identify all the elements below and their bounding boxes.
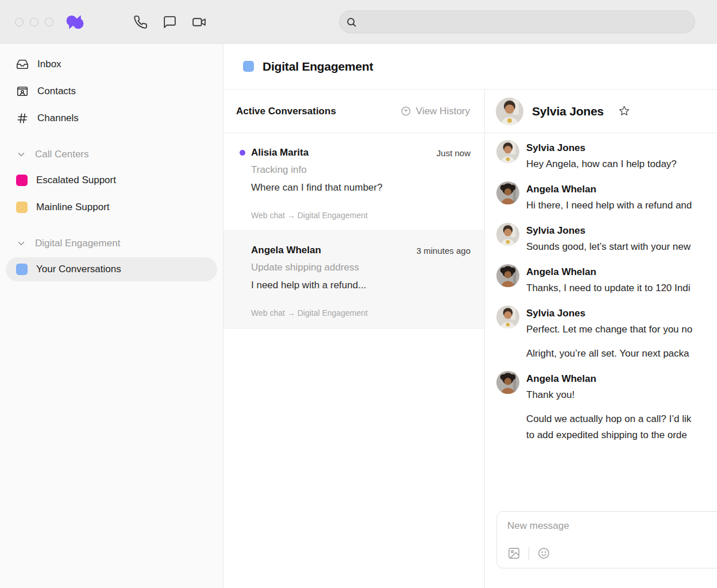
sidebar-item-label: Channels: [37, 113, 79, 124]
conversation-name: Alisia Marita: [251, 147, 309, 158]
search-bar[interactable]: [339, 10, 695, 33]
avatar: [496, 264, 519, 287]
conversation-item[interactable]: Alisia Marita Just now Tracking info Whe…: [223, 133, 484, 231]
message-list: Sylvia Jones Hey Angela, how can I help …: [485, 133, 717, 504]
clock-icon: [400, 106, 411, 117]
sidebar-item-channels[interactable]: Channels: [0, 105, 223, 131]
message-group: Sylvia Jones Sounds good, let’s start wi…: [496, 223, 717, 255]
conversation-channel: Web chat → Digital Engagement: [251, 308, 471, 318]
hash-icon: [16, 112, 29, 125]
conversation-item-selected[interactable]: Angela Whelan 3 minutes ago Update shipp…: [223, 231, 484, 328]
sidebar-item-inbox[interactable]: Inbox: [0, 51, 223, 78]
conversation-preview: Where can I find that number?: [251, 182, 471, 194]
main-header: Digital Engagement: [223, 44, 717, 90]
message-group: Angela Whelan Hi there, I need help with…: [496, 181, 717, 214]
avatar: [496, 223, 519, 246]
chat-contact-name: Sylvia Jones: [532, 105, 604, 118]
avatar: [496, 305, 519, 328]
chat-header: Sylvia Jones: [485, 90, 717, 133]
sidebar-item-label: Your Conversations: [36, 264, 121, 275]
window-control-minimize[interactable]: [30, 18, 38, 26]
message-text: Hi there, I need help with a refund and: [526, 198, 692, 214]
sidebar-item-label: Mainline Support: [36, 202, 110, 213]
sidebar-item-escalated-support[interactable]: Escalated Support: [0, 167, 223, 194]
section-call-centers[interactable]: Call Centers: [0, 146, 223, 163]
video-icon[interactable]: [192, 15, 206, 29]
message-text: Thanks, I need to update it to 120 Indi: [526, 280, 690, 296]
message-text: Could we actually hop on a call? I’d lik: [526, 411, 691, 427]
conversation-subject: Tracking info: [251, 164, 471, 176]
message-group: Angela Whelan Thank you! Could we actual…: [496, 371, 717, 443]
conversation-preview: I need help with a refund...: [251, 280, 471, 291]
conversation-time: 3 minutes ago: [417, 246, 471, 256]
conversation-time: Just now: [437, 148, 471, 158]
view-history-button[interactable]: View History: [400, 106, 470, 117]
message-text: Perfect. Let me change that for you no: [526, 322, 692, 338]
emoji-icon[interactable]: [537, 547, 550, 560]
sidebar-item-label: Inbox: [37, 59, 61, 70]
chevron-down-icon: [16, 238, 26, 249]
chat-icon[interactable]: [163, 15, 177, 29]
sidebar-item-label: Escalated Support: [36, 175, 116, 186]
toolbar-divider: [529, 547, 529, 560]
top-bar: [0, 0, 717, 44]
new-message-input[interactable]: [507, 520, 717, 532]
message-sender: Sylvia Jones: [526, 305, 692, 322]
chevron-down-icon: [16, 149, 26, 160]
sidebar-item-mainline-support[interactable]: Mainline Support: [0, 194, 223, 220]
message-sender: Sylvia Jones: [526, 140, 677, 156]
message-text: to add expedited shipping to the orde: [526, 427, 691, 443]
avatar: [496, 371, 519, 394]
window-controls: [15, 18, 53, 26]
conversation-list-panel: Active Conversations View History Alisia…: [223, 90, 485, 588]
digital-engagement-swatch: [243, 61, 254, 72]
sidebar: Inbox Contacts Channels Call Centers: [0, 44, 223, 588]
section-label: Call Centers: [35, 149, 89, 160]
message-sender: Angela Whelan: [526, 371, 691, 387]
unread-indicator: [240, 150, 245, 156]
search-icon: [346, 17, 357, 28]
star-icon[interactable]: [618, 105, 630, 117]
message-text: Alright, you’re all set. Your next packa: [526, 346, 692, 362]
search-input[interactable]: [361, 17, 695, 27]
section-digital-engagement[interactable]: Digital Engagement: [0, 235, 223, 252]
message-text: Hey Angela, how can I help today?: [526, 156, 677, 172]
composer-toolbar: [507, 547, 717, 560]
conversation-list-header: Active Conversations View History: [223, 90, 484, 133]
sidebar-item-contacts[interactable]: Contacts: [0, 78, 223, 105]
message-group: Sylvia Jones Perfect. Let me change that…: [496, 305, 717, 362]
window-control-close[interactable]: [15, 18, 24, 26]
message-text: Thank you!: [526, 387, 691, 403]
main-area: Digital Engagement Active Conversations …: [223, 44, 717, 588]
window-control-zoom[interactable]: [45, 18, 53, 26]
message-group: Sylvia Jones Hey Angela, how can I help …: [496, 140, 717, 172]
section-label: Digital Engagement: [35, 238, 120, 249]
view-history-label: View History: [416, 106, 470, 117]
unread-indicator: [240, 247, 245, 253]
sidebar-item-label: Contacts: [37, 86, 76, 97]
avatar: [496, 181, 519, 204]
contacts-icon: [16, 85, 29, 98]
conversation-channel: Web chat → Digital Engagement: [251, 211, 471, 220]
message-sender: Sylvia Jones: [526, 223, 691, 239]
phone-icon[interactable]: [133, 15, 148, 29]
message-group: Angela Whelan Thanks, I need to update i…: [496, 264, 717, 296]
conversation-name: Angela Whelan: [251, 245, 321, 256]
dialpad-logo-icon: [65, 14, 84, 30]
sidebar-item-your-conversations[interactable]: Your Conversations: [6, 257, 217, 281]
avatar: [496, 140, 519, 163]
message-composer[interactable]: [496, 511, 717, 568]
page-title: Digital Engagement: [263, 60, 373, 74]
list-title: Active Conversations: [236, 106, 336, 117]
conversation-subject: Update shipping address: [251, 262, 471, 273]
mainline-support-swatch: [16, 202, 28, 213]
app-body: Inbox Contacts Channels Call Centers: [0, 44, 717, 588]
escalated-support-swatch: [16, 175, 28, 186]
message-sender: Angela Whelan: [526, 264, 690, 280]
message-text: Sounds good, let’s start with your new: [526, 239, 691, 255]
avatar: [496, 98, 523, 125]
image-attach-icon[interactable]: [507, 547, 521, 560]
message-sender: Angela Whelan: [526, 181, 692, 198]
your-conversations-swatch: [16, 264, 28, 275]
chat-panel: Sylvia Jones Sylvia Jones Hey Angela, ho…: [485, 90, 717, 588]
